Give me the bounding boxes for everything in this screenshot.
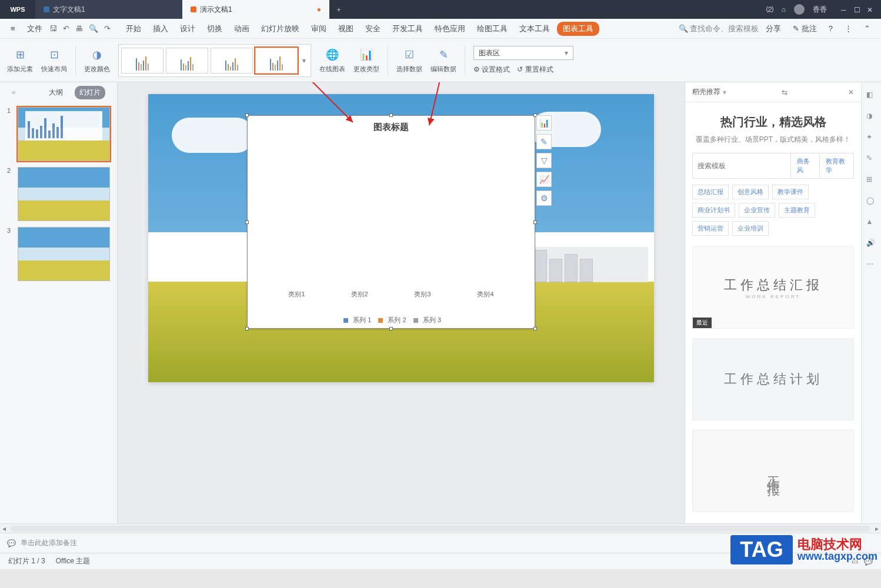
online-chart-button[interactable]: 🌐在线图表	[319, 47, 345, 74]
ribbon-tab[interactable]: 视图	[333, 21, 358, 36]
undo-icon[interactable]: ↶	[63, 24, 69, 33]
settings-icon[interactable]: ⋮	[840, 22, 857, 35]
chart-elements-icon[interactable]: 📊	[536, 115, 552, 131]
notes-icon[interactable]: 💬	[7, 539, 16, 547]
select-data-button[interactable]: ☑选择数据	[396, 47, 422, 74]
chart-object[interactable]: 图表标题 4.32.422.54.423.51.834.52.85 类别1类别2…	[247, 115, 535, 329]
document-tab-doc1[interactable]: 文字文稿1	[35, 0, 182, 19]
template-tag[interactable]: 企业培训	[732, 221, 769, 236]
new-tab-button[interactable]: ＋	[329, 0, 348, 19]
notes-placeholder[interactable]: 单击此处添加备注	[21, 538, 77, 548]
comment-button[interactable]: ✎ 批注	[788, 21, 822, 36]
template-card-3[interactable]: 工作汇报	[692, 430, 854, 512]
ribbon-tab[interactable]: 文本工具	[515, 21, 555, 36]
close-button[interactable]: ✕	[867, 6, 874, 13]
help-button[interactable]: ?	[824, 22, 837, 35]
resize-handle[interactable]	[389, 113, 393, 117]
hscroll-right[interactable]: ▸	[873, 524, 881, 533]
template-tag[interactable]: 总结汇报	[692, 185, 729, 199]
ribbon-tab[interactable]: 切换	[202, 21, 227, 36]
preview-icon[interactable]: 🔍	[89, 24, 98, 33]
chart-filters-icon[interactable]: ▽	[536, 153, 552, 168]
search-tag-business[interactable]: 商务风	[790, 153, 819, 178]
chart-title[interactable]: 图表标题	[248, 116, 535, 139]
hscroll-track[interactable]	[11, 526, 870, 532]
user-avatar[interactable]	[794, 4, 805, 15]
document-tab-ppt1[interactable]: 演示文稿1●	[182, 0, 329, 19]
panel-collapse-icon[interactable]: «	[12, 88, 16, 96]
command-search[interactable]: 🔍 查找命令、搜索模板	[679, 24, 759, 34]
rail-tools-icon[interactable]: ✎	[866, 154, 877, 165]
template-tag[interactable]: 商业计划书	[692, 203, 735, 218]
resize-handle[interactable]	[533, 327, 537, 330]
chart-plot-area[interactable]: 4.32.422.54.423.51.834.52.85 类别1类别2类别3类别…	[265, 139, 517, 299]
rail-image-icon[interactable]: ▲	[866, 218, 877, 228]
rail-more-icon[interactable]: ⋯	[866, 260, 877, 270]
template-card-1[interactable]: 工作总结汇报WORK REPORT 最近	[692, 246, 854, 329]
ribbon-tab[interactable]: 特色应用	[430, 21, 470, 36]
change-color-button[interactable]: ◑更改颜色	[84, 47, 110, 74]
slides-tab[interactable]: 幻灯片	[75, 86, 105, 99]
rail-shapes-icon[interactable]: ◯	[866, 196, 877, 207]
redo-icon[interactable]: ↷	[104, 24, 111, 33]
resize-handle[interactable]	[245, 220, 249, 224]
rail-search-icon[interactable]: ⊞	[866, 175, 877, 186]
minimize-button[interactable]: ─	[841, 6, 848, 13]
outline-tab[interactable]: 大纲	[44, 86, 68, 99]
rail-animation-icon[interactable]: ✦	[866, 133, 877, 143]
resize-handle[interactable]	[533, 220, 537, 224]
chart-styles-icon[interactable]: ✎	[536, 134, 552, 149]
edit-data-button[interactable]: ✎编辑数据	[431, 47, 456, 74]
chart-layout-icon[interactable]: 📈	[536, 172, 552, 187]
chart-element-select[interactable]: 图表区▾	[473, 46, 573, 60]
template-tag[interactable]: 教学课件	[772, 185, 809, 199]
slide-thumb-1[interactable]: 1	[7, 107, 110, 161]
chart-legend[interactable]: 系列 1系列 2系列 3	[248, 316, 535, 325]
change-type-button[interactable]: 📊更改类型	[353, 47, 379, 74]
rail-transition-icon[interactable]: ◑	[866, 112, 877, 122]
maximize-button[interactable]: ☐	[854, 6, 861, 13]
ribbon-tab[interactable]: 动画	[229, 21, 254, 36]
ribbon-tab[interactable]: 安全	[361, 21, 385, 36]
chart-style-3[interactable]	[211, 48, 253, 74]
wps-logo[interactable]: WPS	[0, 0, 35, 19]
save-icon[interactable]: 🖫	[49, 24, 57, 33]
ribbon-tab[interactable]: 开发工具	[388, 21, 428, 36]
app-menu-button[interactable]: ≡	[6, 22, 20, 35]
rail-audio-icon[interactable]: 🔊	[866, 239, 877, 249]
search-tag-education[interactable]: 教育教学	[819, 153, 853, 178]
slide-thumb-2[interactable]: 2	[7, 167, 110, 221]
chart-settings-icon[interactable]: ⚙	[536, 191, 552, 206]
slide-canvas[interactable]: 图表标题 4.32.422.54.423.51.834.52.85 类别1类别2…	[148, 94, 654, 382]
rightpanel-options-icon[interactable]: ⇆	[782, 88, 787, 96]
notification-icon[interactable]: ⑵	[766, 5, 773, 15]
ribbon-tab[interactable]: 设计	[175, 21, 200, 36]
resize-handle[interactable]	[245, 113, 249, 117]
add-element-button[interactable]: ⊞添加元素	[7, 47, 33, 74]
ribbon-tab-chart-tools[interactable]: 图表工具	[557, 22, 599, 36]
rail-design-icon[interactable]: ◧	[866, 91, 877, 101]
hscroll-left[interactable]: ◂	[0, 524, 8, 533]
resize-handle[interactable]	[245, 327, 249, 330]
quick-layout-button[interactable]: ⊡快速布局	[41, 47, 67, 74]
ribbon-tab[interactable]: 插入	[148, 21, 173, 36]
template-card-2[interactable]: 工作总结计划	[692, 338, 854, 420]
template-tag[interactable]: 营销运营	[692, 221, 729, 236]
chart-style-2[interactable]	[166, 48, 208, 74]
gallery-more-icon[interactable]: ▾	[300, 56, 308, 65]
chart-style-1[interactable]	[121, 48, 163, 74]
template-search-input[interactable]	[693, 153, 790, 178]
ribbon-tab[interactable]: 绘图工具	[472, 21, 512, 36]
ribbon-tab[interactable]: 幻灯片放映	[256, 21, 304, 36]
template-tag[interactable]: 创意风格	[732, 185, 769, 199]
collapse-ribbon-icon[interactable]: ⌃	[859, 22, 875, 35]
ribbon-tab[interactable]: 开始	[121, 21, 146, 36]
print-icon[interactable]: 🖶	[75, 24, 83, 33]
slide-thumb-3[interactable]: 3	[7, 227, 110, 281]
apps-icon[interactable]: ⌂	[782, 5, 786, 14]
set-format-button[interactable]: ⚙ 设置格式	[473, 65, 510, 75]
chart-style-4[interactable]	[255, 48, 298, 74]
template-tag[interactable]: 企业宣传	[739, 203, 775, 218]
rightpanel-close-icon[interactable]: ✕	[848, 88, 854, 96]
resize-handle[interactable]	[389, 327, 393, 330]
